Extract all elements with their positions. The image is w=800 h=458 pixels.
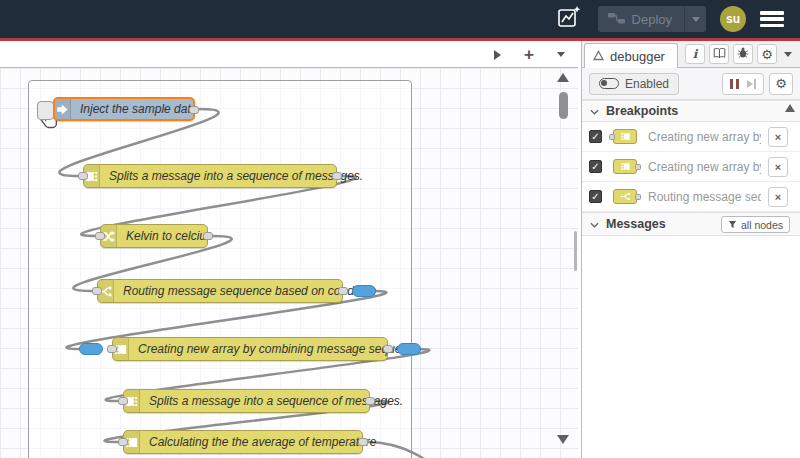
chevron-down-icon: [557, 52, 565, 57]
canvas-scrollbar-thumb[interactable]: [559, 92, 568, 119]
breakpoint-label: Creating new array by combining message …: [648, 160, 761, 174]
gear-icon: ⚙: [761, 48, 773, 61]
info-icon: i: [693, 47, 698, 61]
toggle-icon: [599, 78, 619, 89]
node-input-port[interactable]: [78, 172, 88, 180]
node-input-port[interactable]: [107, 345, 117, 353]
debugger-toolbar: Enabled ⚙: [582, 68, 800, 100]
deploy-label: Deploy: [632, 12, 672, 27]
mini-node-port: [635, 194, 641, 200]
breakpoint-checkbox-checked[interactable]: ✓: [589, 160, 602, 173]
flow-node-split2[interactable]: Splits a message into a sequence of mess…: [123, 389, 370, 413]
flow-node-inject[interactable]: Inject the sample data: [53, 97, 195, 121]
tab-debugger[interactable]: debugger: [584, 43, 678, 69]
debug-sidebar-button[interactable]: [733, 44, 753, 64]
plus-icon: +: [524, 46, 534, 63]
breakpoint-label: Creating new array by combining message …: [648, 130, 761, 144]
node-output-port[interactable]: [365, 397, 375, 405]
step-next-icon: [747, 80, 753, 88]
breakpoints-section-header[interactable]: Breakpoints: [582, 100, 800, 122]
info-sidebar-button[interactable]: i: [685, 44, 705, 64]
flow-node-change1[interactable]: Kelvin to celcius: [100, 224, 208, 248]
sidebar-tabstrip: debugger i ⚙: [582, 41, 800, 68]
node-input-port[interactable]: [118, 397, 128, 405]
ai-assistant-button[interactable]: [554, 6, 584, 32]
header-bar: Deploy su: [0, 0, 800, 38]
mini-node-port: [635, 164, 641, 170]
enabled-label: Enabled: [625, 77, 669, 91]
flow-tabstrip: +: [0, 41, 578, 68]
node-label: Inject the sample data: [71, 99, 206, 119]
filter-funnel-icon: [728, 219, 737, 231]
sidebar: debugger i ⚙: [581, 41, 800, 458]
breakpoints-title: Breakpoints: [606, 104, 678, 118]
messages-filter-label: all nodes: [741, 219, 783, 231]
remove-breakpoint-button[interactable]: ×: [768, 187, 788, 207]
tab-debugger-label: debugger: [610, 49, 665, 64]
node-output-port[interactable]: [358, 438, 368, 446]
menu-bar-icon: [760, 24, 784, 28]
bug-icon: [737, 45, 749, 63]
node-input-port[interactable]: [95, 232, 105, 240]
step-button[interactable]: [747, 79, 757, 89]
node-output-port[interactable]: [332, 172, 342, 180]
pause-icon: [730, 79, 733, 89]
mini-node-join-icon: [613, 159, 637, 174]
breakpoint-checkbox-checked[interactable]: ✓: [589, 130, 602, 143]
sidebar-splitter-handle[interactable]: [574, 231, 577, 271]
user-avatar[interactable]: su: [720, 6, 746, 32]
node-input-port[interactable]: [118, 438, 128, 446]
flow-node-join2[interactable]: Calculating the the average of temperatu…: [123, 430, 363, 454]
node-label: Calculating the the average of temperatu…: [140, 431, 385, 453]
mini-node-switch-icon: [613, 189, 637, 204]
sidebar-menu-caret[interactable]: [781, 44, 795, 64]
pause-button[interactable]: [730, 79, 739, 89]
messages-filter-button[interactable]: all nodes: [721, 216, 790, 233]
main-menu-button[interactable]: [760, 10, 784, 28]
breakpoint-checkbox-checked[interactable]: ✓: [589, 190, 602, 203]
pause-icon: [736, 79, 739, 89]
breakpoint-indicator-output[interactable]: [352, 285, 376, 297]
inject-trigger-button[interactable]: [37, 101, 54, 120]
flow-node-join1[interactable]: Creating new array by combining message …: [112, 337, 388, 361]
chevron-down-icon: [784, 52, 792, 57]
node-output-port[interactable]: [189, 106, 199, 114]
remove-breakpoint-button[interactable]: ×: [768, 127, 788, 147]
flow-node-split1[interactable]: Splits a message into a sequence of mess…: [83, 164, 337, 188]
workspace: + Inject the sample dataSplits a message…: [0, 41, 578, 458]
pause-step-button-group: [722, 73, 764, 95]
canvas-scroll-up-button[interactable]: [557, 73, 569, 82]
chevron-down-icon: [590, 104, 599, 118]
breakpoint-indicator-input[interactable]: [79, 343, 103, 355]
deploy-button[interactable]: Deploy: [598, 6, 706, 32]
flow-node-switch1[interactable]: Routing message sequence based on condit…: [97, 279, 343, 303]
node-input-port[interactable]: [92, 287, 102, 295]
canvas-scroll-down-button[interactable]: [557, 435, 569, 444]
book-icon: [713, 45, 726, 63]
sidebar-scroll-up-button[interactable]: [785, 104, 795, 112]
remove-breakpoint-button[interactable]: ×: [768, 157, 788, 177]
flow-list-button[interactable]: [552, 45, 570, 65]
node-output-port[interactable]: [203, 232, 213, 240]
node-output-port[interactable]: [338, 287, 348, 295]
tab-scroll-right-button[interactable]: [488, 45, 506, 65]
chevron-down-icon: [692, 17, 700, 22]
messages-title: Messages: [606, 217, 666, 231]
debugger-enabled-toggle[interactable]: Enabled: [589, 73, 679, 95]
play-icon: [494, 50, 501, 60]
debugger-settings-button[interactable]: ⚙: [769, 73, 793, 95]
node-output-port[interactable]: [383, 345, 393, 353]
config-nodes-button[interactable]: ⚙: [757, 44, 777, 64]
step-next-icon: [754, 79, 757, 89]
chevron-down-icon: [590, 217, 599, 231]
breakpoint-indicator-output[interactable]: [397, 343, 421, 355]
menu-bar-icon: [760, 17, 784, 21]
add-flow-button[interactable]: +: [520, 45, 538, 65]
flow-sparkle-icon: [556, 5, 582, 33]
messages-section-header[interactable]: Messages all nodes: [582, 212, 800, 236]
flow-canvas[interactable]: Inject the sample dataSplits a message i…: [0, 68, 578, 458]
help-sidebar-button[interactable]: [709, 44, 729, 64]
deploy-options-caret[interactable]: [684, 6, 706, 32]
breakpoint-row: ✓Creating new array by combining message…: [582, 152, 800, 182]
menu-bar-icon: [760, 11, 784, 15]
